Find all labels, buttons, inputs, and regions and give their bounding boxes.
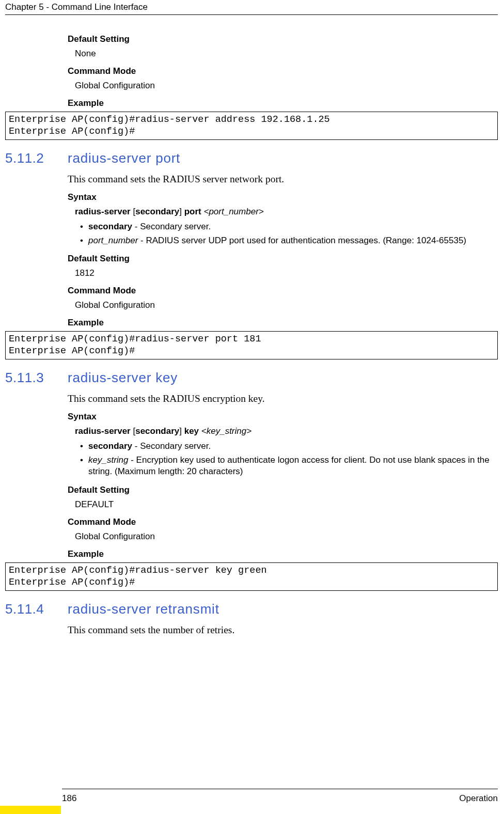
- section-number: 5.11.2: [5, 150, 68, 166]
- syntax-line: radius-server [secondary] port <port_num…: [75, 207, 498, 217]
- syntax-token: radius-server: [75, 207, 131, 216]
- syntax-token: ]: [179, 426, 184, 436]
- param-desc: - Encryption key used to authenticate lo…: [88, 455, 490, 476]
- code-line: Enterprise AP(config)#: [9, 346, 135, 356]
- content-area: Default Setting None Command Mode Global…: [5, 34, 498, 640]
- param-name: port_number: [88, 236, 138, 245]
- syntax-token: [: [131, 207, 135, 216]
- code-line: Enterprise AP(config)#: [9, 577, 135, 588]
- syntax-arg: <port_number>: [203, 207, 263, 216]
- command-mode-label: Command Mode: [68, 66, 498, 76]
- syntax-token: secondary: [135, 426, 179, 436]
- section-description: This command sets the number of retries.: [68, 624, 498, 636]
- default-setting-label: Default Setting: [68, 34, 498, 44]
- param-name: secondary: [88, 441, 132, 451]
- syntax-line: radius-server [secondary] key <key_strin…: [75, 426, 498, 436]
- default-setting-value: None: [75, 49, 498, 59]
- param-list: secondary - Secondary server. key_string…: [80, 441, 498, 477]
- example-label: Example: [68, 549, 498, 559]
- section-description: This command sets the RADIUS encryption …: [68, 393, 498, 404]
- header-rule: [5, 14, 498, 15]
- code-line: Enterprise AP(config)#radius-server addr…: [9, 114, 330, 125]
- section-title: radius-server key: [68, 370, 178, 386]
- code-line: Enterprise AP(config)#radius-server key …: [9, 565, 267, 576]
- param-name: secondary: [88, 222, 132, 231]
- command-mode-label: Command Mode: [68, 286, 498, 296]
- syntax-token: radius-server: [75, 426, 131, 436]
- footer-label: Operation: [459, 793, 498, 804]
- syntax-token: port: [184, 207, 201, 216]
- syntax-token: [: [131, 426, 135, 436]
- corner-tab: [0, 806, 61, 814]
- section-body: This command sets the RADIUS server netw…: [68, 174, 498, 328]
- syntax-token: ]: [179, 207, 184, 216]
- param-item: secondary - Secondary server.: [80, 221, 498, 232]
- code-example: Enterprise AP(config)#radius-server port…: [5, 331, 498, 359]
- code-example: Enterprise AP(config)#radius-server key …: [5, 562, 498, 591]
- footer-rule: [62, 789, 498, 789]
- section-heading: 5.11.2 radius-server port: [5, 150, 498, 166]
- example-label: Example: [68, 98, 498, 108]
- default-setting-value: 1812: [75, 268, 498, 278]
- code-line: Enterprise AP(config)#radius-server port…: [9, 334, 261, 345]
- example-label: Example: [68, 318, 498, 328]
- command-mode-label: Command Mode: [68, 517, 498, 527]
- section-body: This command sets the number of retries.: [68, 624, 498, 636]
- section-number: 5.11.4: [5, 601, 68, 617]
- section-heading: 5.11.3 radius-server key: [5, 370, 498, 386]
- param-desc: - Secondary server.: [132, 222, 211, 231]
- section-description: This command sets the RADIUS server netw…: [68, 174, 498, 185]
- default-setting-label: Default Setting: [68, 485, 498, 495]
- param-name: key_string: [88, 455, 128, 465]
- section-tail: Default Setting None Command Mode Global…: [68, 34, 498, 108]
- page: Chapter 5 - Command Line Interface Defau…: [0, 0, 504, 814]
- syntax-label: Syntax: [68, 412, 498, 422]
- section-heading: 5.11.4 radius-server retransmit: [5, 601, 498, 617]
- param-desc: - Secondary server.: [132, 441, 211, 451]
- section-title: radius-server retransmit: [68, 601, 219, 617]
- syntax-arg: <key_string>: [201, 426, 251, 436]
- section-body: This command sets the RADIUS encryption …: [68, 393, 498, 559]
- code-line: Enterprise AP(config)#: [9, 126, 135, 137]
- section-title: radius-server port: [68, 150, 180, 166]
- section-number: 5.11.3: [5, 370, 68, 386]
- syntax-token: secondary: [135, 207, 179, 216]
- param-list: secondary - Secondary server. port_numbe…: [80, 221, 498, 246]
- command-mode-value: Global Configuration: [75, 300, 498, 310]
- default-setting-value: DEFAULT: [75, 499, 498, 510]
- param-item: key_string - Encryption key used to auth…: [80, 455, 498, 478]
- param-item: port_number - RADIUS server UDP port use…: [80, 235, 498, 246]
- page-number: 186: [62, 793, 76, 804]
- code-example: Enterprise AP(config)#radius-server addr…: [5, 112, 498, 140]
- running-header: Chapter 5 - Command Line Interface: [5, 2, 148, 12]
- command-mode-value: Global Configuration: [75, 81, 498, 91]
- syntax-label: Syntax: [68, 192, 498, 202]
- syntax-token: key: [184, 426, 199, 436]
- command-mode-value: Global Configuration: [75, 531, 498, 542]
- param-desc: - RADIUS server UDP port used for authen…: [138, 236, 466, 245]
- default-setting-label: Default Setting: [68, 254, 498, 264]
- param-item: secondary - Secondary server.: [80, 441, 498, 452]
